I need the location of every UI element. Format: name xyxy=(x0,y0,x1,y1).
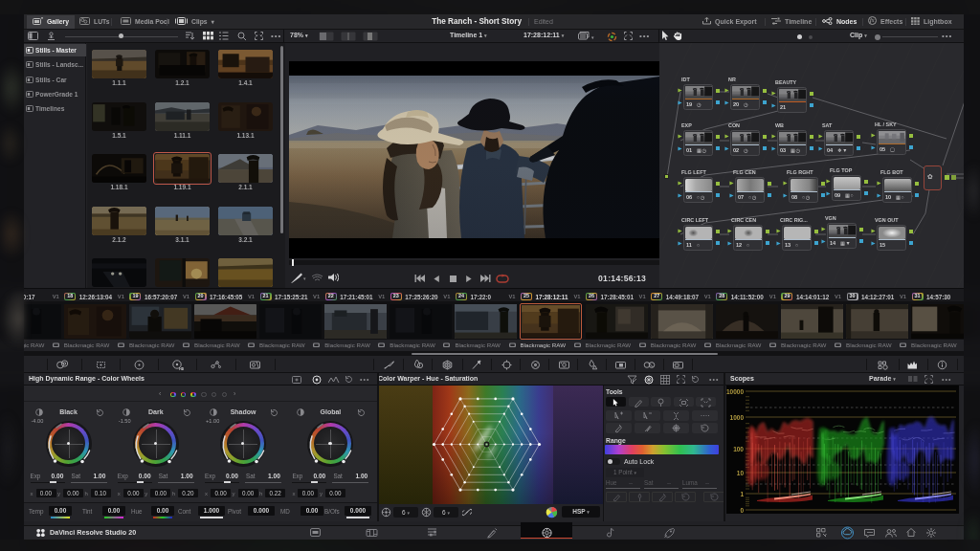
svg-text:10000: 10000 xyxy=(726,388,744,395)
svg-text:1000: 1000 xyxy=(730,414,745,421)
svg-text:fx: fx xyxy=(870,17,875,23)
svg-text:0: 0 xyxy=(740,507,744,514)
svg-text:100: 100 xyxy=(733,446,744,452)
svg-text:10: 10 xyxy=(737,470,745,476)
svg-text:1: 1 xyxy=(740,491,744,497)
svg-text:HDR: HDR xyxy=(179,366,184,370)
